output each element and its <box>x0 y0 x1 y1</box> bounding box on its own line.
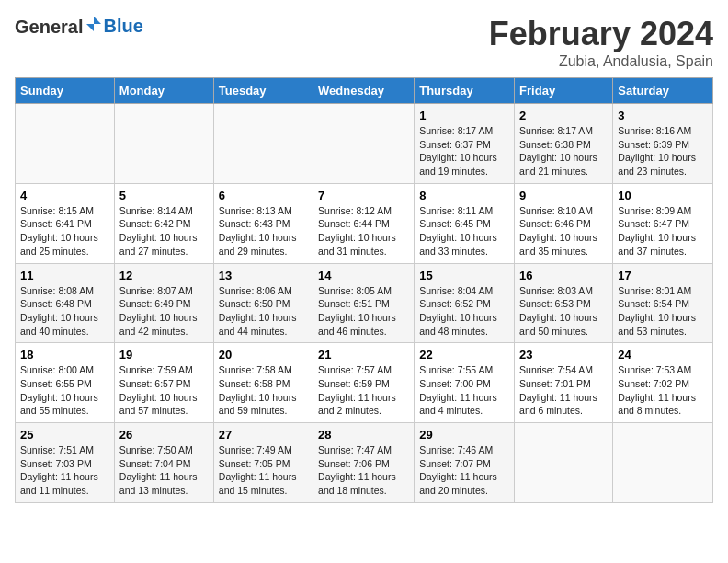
day-number: 6 <box>219 189 308 202</box>
day-cell: 9Sunrise: 8:10 AM Sunset: 6:46 PM Daylig… <box>515 183 613 263</box>
week-row-3: 11Sunrise: 8:08 AM Sunset: 6:48 PM Dayli… <box>16 263 713 343</box>
day-info: Sunrise: 8:17 AM Sunset: 6:37 PM Dayligh… <box>419 124 509 178</box>
day-cell: 15Sunrise: 8:04 AM Sunset: 6:52 PM Dayli… <box>415 263 515 343</box>
day-number: 15 <box>419 269 509 282</box>
week-row-4: 18Sunrise: 8:00 AM Sunset: 6:55 PM Dayli… <box>16 343 713 423</box>
col-header-wednesday: Wednesday <box>313 78 415 104</box>
day-number: 20 <box>219 348 308 362</box>
day-cell: 28Sunrise: 7:47 AM Sunset: 7:06 PM Dayli… <box>313 423 415 503</box>
day-info: Sunrise: 7:55 AM Sunset: 7:00 PM Dayligh… <box>419 363 509 418</box>
day-number: 13 <box>219 269 308 282</box>
day-info: Sunrise: 7:58 AM Sunset: 6:58 PM Dayligh… <box>219 363 308 418</box>
day-number: 16 <box>519 269 608 282</box>
day-number: 19 <box>119 348 209 362</box>
day-info: Sunrise: 8:15 AM Sunset: 6:41 PM Dayligh… <box>20 204 109 259</box>
day-cell: 5Sunrise: 8:14 AM Sunset: 6:42 PM Daylig… <box>114 183 213 263</box>
day-cell <box>515 423 613 503</box>
day-info: Sunrise: 8:11 AM Sunset: 6:45 PM Dayligh… <box>419 204 509 259</box>
day-cell: 12Sunrise: 8:07 AM Sunset: 6:49 PM Dayli… <box>114 263 213 343</box>
day-cell: 6Sunrise: 8:13 AM Sunset: 6:43 PM Daylig… <box>213 183 313 263</box>
day-cell: 4Sunrise: 8:15 AM Sunset: 6:41 PM Daylig… <box>16 183 115 263</box>
day-info: Sunrise: 8:08 AM Sunset: 6:48 PM Dayligh… <box>20 284 109 339</box>
col-header-friday: Friday <box>515 78 613 104</box>
page-header: General Blue February 2024 Zubia, Andalu… <box>15 15 713 70</box>
day-info: Sunrise: 8:09 AM Sunset: 6:47 PM Dayligh… <box>618 204 708 259</box>
day-cell <box>313 104 415 184</box>
day-info: Sunrise: 8:05 AM Sunset: 6:51 PM Dayligh… <box>318 284 409 339</box>
week-row-1: 1Sunrise: 8:17 AM Sunset: 6:37 PM Daylig… <box>16 104 713 184</box>
day-info: Sunrise: 8:12 AM Sunset: 6:44 PM Dayligh… <box>318 204 409 259</box>
day-cell: 21Sunrise: 7:57 AM Sunset: 6:59 PM Dayli… <box>313 343 415 423</box>
day-cell <box>114 104 213 184</box>
day-cell: 14Sunrise: 8:05 AM Sunset: 6:51 PM Dayli… <box>313 263 415 343</box>
day-cell: 1Sunrise: 8:17 AM Sunset: 6:37 PM Daylig… <box>415 104 515 184</box>
day-number: 12 <box>119 269 209 282</box>
day-number: 2 <box>519 109 608 122</box>
day-number: 14 <box>318 269 409 282</box>
day-number: 3 <box>618 109 708 122</box>
calendar-table: SundayMondayTuesdayWednesdayThursdayFrid… <box>15 77 713 503</box>
day-info: Sunrise: 8:00 AM Sunset: 6:55 PM Dayligh… <box>20 363 109 418</box>
logo-blue: Blue <box>103 16 142 36</box>
day-number: 11 <box>20 269 109 282</box>
day-cell: 29Sunrise: 7:46 AM Sunset: 7:07 PM Dayli… <box>415 423 515 503</box>
day-cell: 27Sunrise: 7:49 AM Sunset: 7:05 PM Dayli… <box>213 423 313 503</box>
day-number: 10 <box>618 189 708 202</box>
location-title: Zubia, Andalusia, Spain <box>489 53 713 70</box>
svg-marker-0 <box>86 17 101 31</box>
day-info: Sunrise: 7:46 AM Sunset: 7:07 PM Dayligh… <box>419 443 509 498</box>
month-title: February 2024 <box>489 15 713 53</box>
day-number: 26 <box>119 428 209 442</box>
day-info: Sunrise: 7:51 AM Sunset: 7:03 PM Dayligh… <box>20 443 109 498</box>
day-cell: 11Sunrise: 8:08 AM Sunset: 6:48 PM Dayli… <box>16 263 115 343</box>
day-info: Sunrise: 8:06 AM Sunset: 6:50 PM Dayligh… <box>219 284 308 339</box>
day-number: 17 <box>618 269 708 282</box>
title-block: February 2024 Zubia, Andalusia, Spain <box>489 15 713 70</box>
day-cell <box>16 104 115 184</box>
week-row-5: 25Sunrise: 7:51 AM Sunset: 7:03 PM Dayli… <box>16 423 713 503</box>
col-header-sunday: Sunday <box>16 78 115 104</box>
day-info: Sunrise: 7:59 AM Sunset: 6:57 PM Dayligh… <box>119 363 209 418</box>
day-info: Sunrise: 7:50 AM Sunset: 7:04 PM Dayligh… <box>119 443 209 498</box>
day-cell: 19Sunrise: 7:59 AM Sunset: 6:57 PM Dayli… <box>114 343 213 423</box>
day-cell <box>613 423 713 503</box>
day-cell: 17Sunrise: 8:01 AM Sunset: 6:54 PM Dayli… <box>613 263 713 343</box>
day-number: 22 <box>419 348 509 362</box>
col-header-tuesday: Tuesday <box>213 78 313 104</box>
day-info: Sunrise: 8:01 AM Sunset: 6:54 PM Dayligh… <box>618 284 708 339</box>
col-header-saturday: Saturday <box>613 78 713 104</box>
logo: General Blue <box>15 15 143 38</box>
day-cell: 16Sunrise: 8:03 AM Sunset: 6:53 PM Dayli… <box>515 263 613 343</box>
day-number: 9 <box>519 189 608 202</box>
day-cell: 25Sunrise: 7:51 AM Sunset: 7:03 PM Dayli… <box>16 423 115 503</box>
day-info: Sunrise: 7:53 AM Sunset: 7:02 PM Dayligh… <box>618 363 708 418</box>
day-number: 8 <box>419 189 509 202</box>
day-cell: 3Sunrise: 8:16 AM Sunset: 6:39 PM Daylig… <box>613 104 713 184</box>
day-cell: 10Sunrise: 8:09 AM Sunset: 6:47 PM Dayli… <box>613 183 713 263</box>
day-number: 21 <box>318 348 409 362</box>
day-info: Sunrise: 7:47 AM Sunset: 7:06 PM Dayligh… <box>318 443 409 498</box>
day-info: Sunrise: 8:14 AM Sunset: 6:42 PM Dayligh… <box>119 204 209 259</box>
col-header-thursday: Thursday <box>415 78 515 104</box>
day-info: Sunrise: 8:16 AM Sunset: 6:39 PM Dayligh… <box>618 124 708 178</box>
day-number: 4 <box>20 189 109 202</box>
day-cell: 8Sunrise: 8:11 AM Sunset: 6:45 PM Daylig… <box>415 183 515 263</box>
day-info: Sunrise: 8:04 AM Sunset: 6:52 PM Dayligh… <box>419 284 509 339</box>
day-cell: 20Sunrise: 7:58 AM Sunset: 6:58 PM Dayli… <box>213 343 313 423</box>
day-cell: 13Sunrise: 8:06 AM Sunset: 6:50 PM Dayli… <box>213 263 313 343</box>
day-info: Sunrise: 7:57 AM Sunset: 6:59 PM Dayligh… <box>318 363 409 418</box>
day-number: 1 <box>419 109 509 122</box>
col-header-monday: Monday <box>114 78 213 104</box>
day-cell: 22Sunrise: 7:55 AM Sunset: 7:00 PM Dayli… <box>415 343 515 423</box>
day-info: Sunrise: 8:17 AM Sunset: 6:38 PM Dayligh… <box>519 124 608 178</box>
logo-icon <box>85 15 103 33</box>
day-info: Sunrise: 8:10 AM Sunset: 6:46 PM Dayligh… <box>519 204 608 259</box>
day-cell: 24Sunrise: 7:53 AM Sunset: 7:02 PM Dayli… <box>613 343 713 423</box>
day-cell: 2Sunrise: 8:17 AM Sunset: 6:38 PM Daylig… <box>515 104 613 184</box>
day-number: 18 <box>20 348 109 362</box>
day-cell: 23Sunrise: 7:54 AM Sunset: 7:01 PM Dayli… <box>515 343 613 423</box>
day-number: 24 <box>618 348 708 362</box>
day-cell <box>213 104 313 184</box>
day-info: Sunrise: 8:03 AM Sunset: 6:53 PM Dayligh… <box>519 284 608 339</box>
day-info: Sunrise: 7:54 AM Sunset: 7:01 PM Dayligh… <box>519 363 608 418</box>
